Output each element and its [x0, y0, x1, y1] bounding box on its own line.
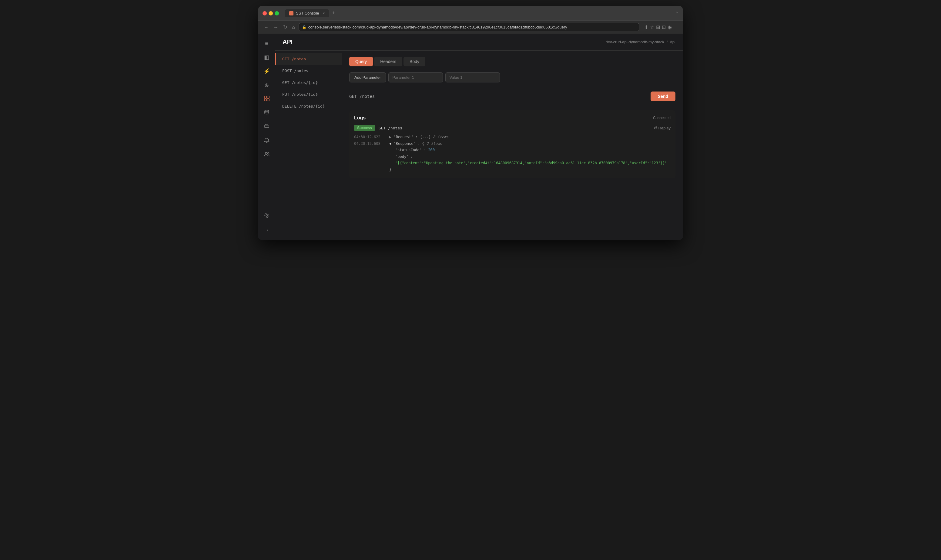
new-tab-button[interactable]: +	[330, 10, 337, 16]
parameter-value-input[interactable]	[445, 72, 500, 82]
param-row: Add Parameter	[349, 72, 675, 82]
endpoint-post-notes[interactable]: POST /notes	[275, 65, 342, 77]
bookmark-button[interactable]: ☆	[650, 24, 654, 30]
request-count: 8 items	[433, 135, 449, 139]
status-code-value: 200	[428, 148, 435, 152]
log-entry-header: Success GET /notes ↺ Replay	[354, 125, 671, 131]
sidebar-item-storage[interactable]	[261, 121, 273, 133]
sidebar-item-globe[interactable]: ⊕	[261, 79, 273, 91]
sidebar: ≡ ◧ ⚡ ⊕	[258, 34, 275, 240]
endpoint-get-notes[interactable]: GET /notes	[275, 53, 342, 65]
response-closing-brace: }	[389, 167, 671, 173]
api-icon	[264, 95, 270, 103]
tab-favicon	[289, 11, 293, 15]
replay-button[interactable]: ↺ Replay	[654, 125, 671, 130]
reload-button[interactable]: ↻	[282, 24, 288, 31]
logs-header: Logs Connected	[354, 115, 671, 121]
svg-point-9	[266, 215, 268, 216]
response-header-line: ▼ "Response" : { 2 items	[389, 141, 671, 147]
logs-section: Logs Connected Success GET /notes ↺ Repl…	[349, 110, 675, 178]
tab-body[interactable]: Body	[404, 57, 425, 66]
page-title: API	[283, 38, 293, 45]
maximize-window-button[interactable]	[275, 11, 279, 15]
menu-button[interactable]: ⋮	[674, 24, 678, 30]
url-bar: GET /notes Send	[349, 88, 675, 104]
endpoint-delete-notes-id[interactable]: DELETE /notes/{id}	[275, 100, 342, 112]
active-tab[interactable]: SST Console ×	[285, 9, 329, 17]
log-line-response: 04:30:15.608 ▼ "Response" : { 2 items "s…	[354, 141, 671, 173]
request-label: "Request" : {...}	[393, 135, 433, 139]
window-controls[interactable]: ⌃	[675, 11, 678, 15]
tab-headers[interactable]: Headers	[374, 57, 402, 66]
sidebar-item-settings[interactable]	[261, 210, 273, 222]
storage-icon	[264, 123, 270, 131]
breadcrumb-stack: dev-crud-api-dynamodb-my-stack	[605, 40, 664, 44]
expand-icon: →	[264, 227, 269, 233]
expand-request-icon[interactable]: ▶	[389, 135, 391, 139]
home-button[interactable]: ⌂	[291, 24, 296, 31]
browser-titlebar: SST Console × + ⌃	[258, 6, 683, 20]
logs-title: Logs	[354, 115, 366, 121]
log-timestamp-1: 04:30:12.622	[354, 134, 384, 141]
url-display: GET /notes	[349, 94, 375, 99]
expand-response-icon[interactable]: ▼	[389, 142, 391, 146]
log-lines: 04:30:12.622 ▶ "Request" : {...} 8 items…	[354, 134, 671, 173]
sidebar-item-expand[interactable]: →	[261, 224, 273, 236]
tab-bar-api: Query Headers Body	[349, 57, 675, 66]
sidebar-item-users[interactable]	[261, 149, 273, 161]
breadcrumb: dev-crud-api-dynamodb-my-stack / Api	[605, 40, 675, 44]
query-section: Add Parameter	[349, 72, 675, 82]
svg-rect-6	[266, 124, 268, 125]
sidebar-item-stacks[interactable]: ◧	[261, 51, 273, 63]
back-button[interactable]: ←	[263, 24, 270, 31]
endpoint-list: GET /notes POST /notes GET /notes/{id} P…	[275, 51, 342, 240]
browser-nav: ← → ↻ ⌂ 🔒 console.serverless-stack.com/c…	[258, 20, 683, 34]
svg-rect-0	[264, 96, 266, 98]
response-body-value-line: "[{"content":"Updating the note","create…	[395, 160, 671, 167]
address-bar[interactable]: 🔒 console.serverless-stack.com/crud-api-…	[299, 23, 639, 31]
stack-icon: ◧	[264, 54, 269, 61]
parameter-name-input[interactable]	[388, 72, 443, 82]
success-badge: Success	[354, 125, 375, 131]
sidebar-item-database[interactable]	[261, 107, 273, 119]
endpoint-put-notes-id[interactable]: PUT /notes/{id}	[275, 88, 342, 100]
lightning-icon: ⚡	[263, 68, 270, 75]
sidebar-item-notifications[interactable]	[261, 135, 273, 147]
sidebar-item-layers[interactable]: ≡	[261, 37, 273, 49]
tab-query[interactable]: Query	[349, 57, 373, 66]
log-content-request: ▶ "Request" : {...} 8 items	[389, 134, 671, 141]
browser-action-buttons: ⬆ ☆ ⊞ ⊡ ◉ ⋮	[644, 24, 678, 30]
settings-icon	[264, 212, 270, 220]
svg-point-8	[267, 152, 269, 154]
log-timestamp-2: 04:30:15.608	[354, 141, 384, 173]
main-content: API dev-crud-api-dynamodb-my-stack / Api…	[275, 34, 683, 240]
forward-button[interactable]: →	[272, 24, 280, 31]
api-layout: GET /notes POST /notes GET /notes/{id} P…	[275, 51, 683, 240]
add-parameter-button[interactable]: Add Parameter	[349, 72, 386, 82]
sidebar-item-api[interactable]	[261, 93, 273, 105]
extensions-button[interactable]: ⊞	[656, 24, 660, 30]
sidebar-item-functions[interactable]: ⚡	[261, 65, 273, 77]
url-text: console.serverless-stack.com/crud-api-dy…	[308, 25, 567, 29]
breadcrumb-separator: /	[667, 40, 668, 44]
send-button[interactable]: Send	[651, 92, 675, 101]
share-button[interactable]: ⬆	[644, 24, 648, 30]
svg-point-10	[265, 213, 269, 218]
globe-icon: ⊕	[264, 82, 269, 88]
tab-close-button[interactable]: ×	[323, 11, 325, 15]
browser-frame: SST Console × + ⌃ ← → ↻ ⌂ 🔒 console.serv…	[258, 6, 683, 240]
log-content-response: ▼ "Response" : { 2 items "statusCode" : …	[389, 141, 671, 173]
profile-button[interactable]: ◉	[668, 24, 672, 30]
endpoint-get-notes-id[interactable]: GET /notes/{id}	[275, 77, 342, 88]
page-header: API dev-crud-api-dynamodb-my-stack / Api	[275, 34, 683, 51]
notifications-icon	[264, 137, 270, 145]
svg-rect-2	[264, 99, 266, 101]
users-icon	[264, 151, 270, 159]
minimize-window-button[interactable]	[269, 11, 273, 15]
close-window-button[interactable]	[263, 11, 267, 15]
replay-icon: ↺	[654, 125, 657, 130]
sidebar-toggle-button[interactable]: ⊡	[662, 24, 666, 30]
tab-bar: SST Console × +	[285, 9, 337, 17]
response-body-line: "body" :	[395, 154, 671, 160]
svg-rect-1	[267, 96, 269, 98]
